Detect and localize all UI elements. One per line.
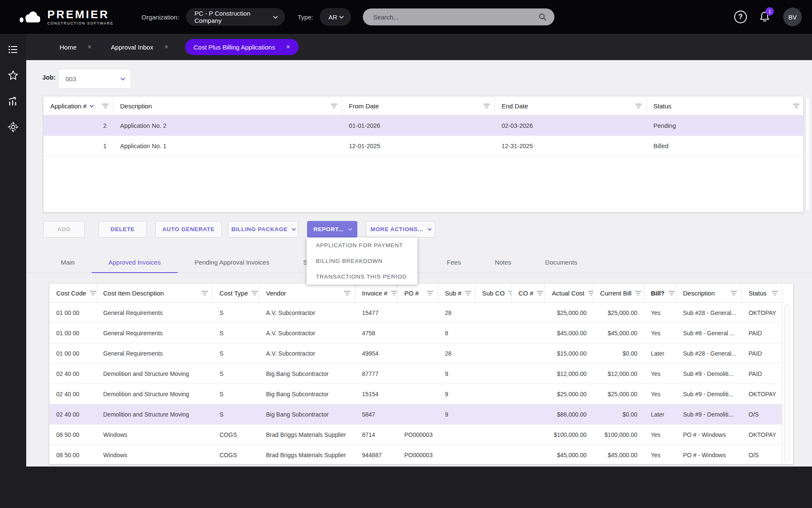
settings-gear-icon[interactable] (8, 121, 19, 133)
column-header[interactable]: Description (676, 284, 742, 302)
table-row[interactable]: 02 40 00Demolition and Structure MovingS… (49, 404, 782, 425)
filter-icon[interactable] (465, 290, 472, 296)
chevron-down-icon (348, 226, 352, 231)
table-row[interactable]: 1Application No. 112-01-202512-31-2025Bi… (44, 136, 803, 156)
column-header[interactable]: Actual Cost (545, 284, 593, 302)
menu-item-billing-breakdown[interactable]: BILLING BREAKDOWN (307, 253, 417, 269)
notifications-bell-icon[interactable]: 1 (758, 10, 772, 24)
column-header[interactable]: Bill? (644, 284, 676, 302)
filter-icon[interactable] (102, 103, 109, 109)
filter-icon[interactable] (201, 290, 208, 296)
column-header-text: Vendor (266, 290, 286, 297)
table-cell: A.V. Subcontractor (259, 303, 355, 323)
filter-icon[interactable] (635, 290, 642, 296)
type-select[interactable]: AR (320, 8, 351, 26)
filter-icon[interactable] (668, 290, 675, 296)
filter-icon[interactable] (391, 290, 398, 296)
table-cell (475, 384, 512, 404)
invoices-table: Cost CodeCost Item DescriptionCost TypeV… (49, 283, 793, 464)
applications-scrollbar[interactable] (806, 97, 810, 211)
tab-fees[interactable]: Fees (430, 251, 478, 273)
close-icon[interactable]: × (88, 43, 91, 51)
favorites-star-icon[interactable] (8, 70, 19, 81)
add-button: ADD (43, 221, 85, 237)
tab-approved-invoices[interactable]: Approved Invoices (92, 251, 178, 273)
column-header[interactable]: Vendor (259, 284, 355, 302)
table-row[interactable]: 08 50 00WindowsCOGSBrad Briggs Materials… (49, 445, 782, 464)
table-row[interactable]: 2Application No. 201-01-202602-03-2026Pe… (44, 116, 803, 136)
column-header[interactable]: Cost Code (49, 284, 96, 302)
table-cell: 9 (438, 364, 475, 384)
column-header[interactable]: Current Bill (593, 284, 644, 302)
menu-item-application-for-payment[interactable]: APPLICATION FOR PAYMENT (307, 237, 417, 253)
chevron-down-icon (292, 226, 296, 231)
column-header[interactable]: Invoice # (355, 284, 398, 302)
table-cell: Later (644, 343, 676, 363)
organization-select[interactable]: PC - P Construction Company (186, 8, 285, 26)
column-header[interactable]: Sub CO (475, 284, 512, 302)
column-header[interactable]: Sub # (438, 284, 475, 302)
filter-icon[interactable] (251, 290, 258, 296)
menu-item-transactions-this-period[interactable]: TRANSACTIONS THIS PERIOD (307, 269, 417, 284)
filter-icon[interactable] (771, 290, 778, 296)
table-row[interactable]: 01 00 00General RequirementsSA.V. Subcon… (49, 323, 782, 343)
filter-icon[interactable] (793, 103, 800, 109)
nav-tab-cost-plus-billing-applications[interactable]: Cost Plus Billing Applications× (185, 39, 299, 55)
filter-icon[interactable] (427, 290, 433, 296)
column-header[interactable]: CO # (512, 284, 545, 302)
column-header[interactable]: Cost Type (213, 284, 259, 302)
close-icon[interactable]: × (286, 43, 290, 51)
app-root: PREMIER CONSTRUCTION SOFTWARE Organizati… (0, 0, 812, 508)
table-row[interactable]: 01 00 00General RequirementsSA.V. Subcon… (49, 343, 782, 364)
table-cell: 28 (438, 343, 475, 363)
auto-generate-button[interactable]: AUTO GENERATE (155, 221, 222, 237)
table-row[interactable]: 02 40 00Demolition and Structure MovingS… (49, 364, 782, 384)
filter-icon[interactable] (635, 103, 642, 109)
invoices-scrollbar-thumb[interactable] (785, 305, 789, 462)
filter-icon[interactable] (588, 290, 593, 296)
filter-icon[interactable] (483, 103, 490, 109)
table-cell: PO # - Windows (676, 425, 742, 444)
top-bar: PREMIER CONSTRUCTION SOFTWARE Organizati… (0, 0, 812, 34)
column-header[interactable]: Description (113, 97, 342, 115)
filter-icon[interactable] (344, 290, 351, 296)
search-icon[interactable] (538, 13, 547, 21)
filter-icon[interactable] (508, 290, 512, 296)
tab-pending-approval-invoices[interactable]: Pending Approval Invoices (178, 251, 286, 273)
nav-tab-approval-inbox[interactable]: Approval Inbox× (108, 39, 170, 55)
filter-icon[interactable] (331, 103, 337, 109)
column-header[interactable]: Cost Item Description (96, 284, 213, 302)
analytics-chart-icon[interactable] (8, 96, 19, 107)
tab-notes[interactable]: Notes (478, 251, 528, 273)
search-bar[interactable] (363, 8, 554, 25)
column-header[interactable]: Status (742, 284, 782, 302)
search-input[interactable] (373, 14, 538, 21)
filter-icon[interactable] (730, 290, 737, 296)
billing-package-button[interactable]: BILLING PACKAGE (228, 221, 298, 237)
tab-main[interactable]: Main (44, 251, 92, 273)
help-icon[interactable]: ? (734, 11, 747, 23)
column-header[interactable]: From Date (342, 97, 495, 115)
filter-icon[interactable] (537, 290, 543, 296)
delete-button[interactable]: DELETE (99, 221, 147, 237)
table-cell: Sub #8 - General ... (676, 323, 742, 343)
column-header[interactable]: PO # (398, 284, 438, 302)
table-row[interactable]: 08 50 00WindowsCOGSBrad Briggs Materials… (49, 425, 782, 445)
table-row[interactable]: 02 40 00Demolition and Structure MovingS… (49, 384, 782, 404)
avatar[interactable]: BV (783, 8, 802, 26)
list-menu-icon[interactable] (8, 44, 19, 55)
table-cell: S (213, 323, 259, 343)
column-header[interactable]: Application # (44, 97, 113, 115)
table-cell: $12,000.00 (545, 364, 593, 384)
column-header-text: Cost Type (219, 290, 248, 297)
nav-tab-home[interactable]: Home× (57, 39, 94, 55)
filter-icon[interactable] (90, 290, 96, 296)
table-row[interactable]: 01 00 00General RequirementsSA.V. Subcon… (49, 303, 782, 323)
column-header[interactable]: Status (647, 97, 804, 115)
close-icon[interactable]: × (164, 43, 168, 51)
more-actions-button[interactable]: MORE ACTIONS... (366, 221, 435, 237)
report-button[interactable]: REPORT... (307, 221, 357, 237)
job-select[interactable]: 003 (58, 69, 131, 88)
tab-documents[interactable]: Documents (528, 251, 594, 273)
column-header[interactable]: End Date (495, 97, 647, 115)
